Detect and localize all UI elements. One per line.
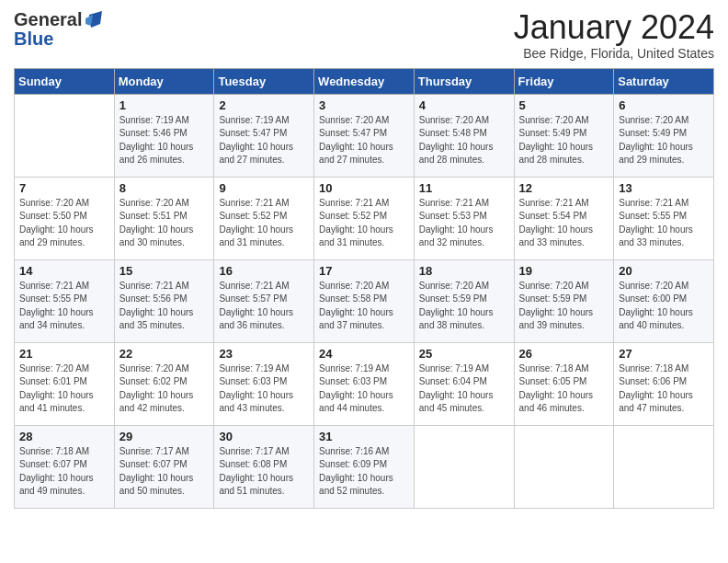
day-number: 4 xyxy=(419,98,509,112)
day-number: 28 xyxy=(19,430,109,443)
calendar-cell: 8Sunrise: 7:20 AMSunset: 5:51 PMDaylight… xyxy=(114,177,214,259)
day-info: Sunrise: 7:17 AMSunset: 6:08 PMDaylight:… xyxy=(219,445,309,499)
logo: General Blue xyxy=(14,9,104,48)
calendar-cell xyxy=(15,94,115,177)
day-info: Sunrise: 7:20 AMSunset: 6:01 PMDaylight:… xyxy=(19,362,109,416)
day-info: Sunrise: 7:17 AMSunset: 6:07 PMDaylight:… xyxy=(119,445,210,499)
calendar-cell: 28Sunrise: 7:18 AMSunset: 6:07 PMDayligh… xyxy=(15,425,115,508)
day-number: 20 xyxy=(619,264,709,278)
weekday-header-friday: Friday xyxy=(514,68,614,94)
calendar-cell: 25Sunrise: 7:19 AMSunset: 6:04 PMDayligh… xyxy=(414,342,514,425)
weekday-header-wednesday: Wednesday xyxy=(314,68,415,94)
calendar-week-row: 14Sunrise: 7:21 AMSunset: 5:55 PMDayligh… xyxy=(15,259,714,342)
day-number: 25 xyxy=(419,347,509,361)
calendar-cell: 9Sunrise: 7:21 AMSunset: 5:52 PMDaylight… xyxy=(214,177,314,259)
calendar-cell: 23Sunrise: 7:19 AMSunset: 6:03 PMDayligh… xyxy=(214,342,314,425)
day-info: Sunrise: 7:21 AMSunset: 5:52 PMDaylight:… xyxy=(319,197,409,250)
day-info: Sunrise: 7:19 AMSunset: 5:47 PMDaylight:… xyxy=(219,114,309,167)
day-info: Sunrise: 7:18 AMSunset: 6:06 PMDaylight:… xyxy=(619,362,709,416)
calendar-cell: 27Sunrise: 7:18 AMSunset: 6:06 PMDayligh… xyxy=(614,342,714,425)
day-number: 6 xyxy=(619,98,709,112)
logo-blue-text: Blue xyxy=(14,29,53,48)
calendar-cell: 6Sunrise: 7:20 AMSunset: 5:49 PMDaylight… xyxy=(614,94,714,177)
weekday-header-sunday: Sunday xyxy=(15,68,115,94)
calendar-cell xyxy=(414,425,514,508)
day-number: 26 xyxy=(519,347,609,361)
day-number: 7 xyxy=(19,181,109,195)
weekday-header-tuesday: Tuesday xyxy=(214,68,314,94)
day-number: 18 xyxy=(419,264,509,278)
day-number: 11 xyxy=(419,181,509,195)
day-info: Sunrise: 7:21 AMSunset: 5:57 PMDaylight:… xyxy=(219,280,309,333)
calendar-cell: 14Sunrise: 7:21 AMSunset: 5:55 PMDayligh… xyxy=(15,259,115,342)
day-number: 3 xyxy=(319,98,409,112)
day-number: 5 xyxy=(519,98,609,112)
day-number: 9 xyxy=(219,181,309,195)
day-info: Sunrise: 7:16 AMSunset: 6:09 PMDaylight:… xyxy=(319,445,409,499)
calendar-cell xyxy=(614,425,714,508)
day-info: Sunrise: 7:20 AMSunset: 5:47 PMDaylight:… xyxy=(319,114,409,167)
day-number: 21 xyxy=(19,347,109,361)
day-info: Sunrise: 7:20 AMSunset: 5:51 PMDaylight:… xyxy=(119,197,210,250)
calendar-cell: 12Sunrise: 7:21 AMSunset: 5:54 PMDayligh… xyxy=(514,177,614,259)
day-info: Sunrise: 7:19 AMSunset: 6:03 PMDaylight:… xyxy=(219,362,309,416)
calendar-cell: 31Sunrise: 7:16 AMSunset: 6:09 PMDayligh… xyxy=(314,425,415,508)
day-info: Sunrise: 7:21 AMSunset: 5:54 PMDaylight:… xyxy=(519,197,609,250)
weekday-header-saturday: Saturday xyxy=(614,68,714,94)
day-info: Sunrise: 7:20 AMSunset: 5:49 PMDaylight:… xyxy=(519,114,609,167)
day-info: Sunrise: 7:21 AMSunset: 5:53 PMDaylight:… xyxy=(419,197,509,250)
day-number: 31 xyxy=(319,430,409,443)
day-number: 14 xyxy=(19,264,109,278)
day-info: Sunrise: 7:19 AMSunset: 5:46 PMDaylight:… xyxy=(119,114,210,167)
calendar-cell: 19Sunrise: 7:20 AMSunset: 5:59 PMDayligh… xyxy=(514,259,614,342)
calendar-cell: 5Sunrise: 7:20 AMSunset: 5:49 PMDaylight… xyxy=(514,94,614,177)
calendar-cell: 24Sunrise: 7:19 AMSunset: 6:03 PMDayligh… xyxy=(314,342,415,425)
calendar-cell: 11Sunrise: 7:21 AMSunset: 5:53 PMDayligh… xyxy=(414,177,514,259)
day-info: Sunrise: 7:20 AMSunset: 5:58 PMDaylight:… xyxy=(319,280,409,333)
day-number: 23 xyxy=(219,347,309,361)
day-info: Sunrise: 7:20 AMSunset: 5:48 PMDaylight:… xyxy=(419,114,509,167)
day-number: 30 xyxy=(219,430,309,443)
day-number: 2 xyxy=(219,98,309,112)
day-info: Sunrise: 7:19 AMSunset: 6:04 PMDaylight:… xyxy=(419,362,509,416)
calendar-cell: 10Sunrise: 7:21 AMSunset: 5:52 PMDayligh… xyxy=(314,177,415,259)
calendar-cell: 15Sunrise: 7:21 AMSunset: 5:56 PMDayligh… xyxy=(114,259,214,342)
calendar-cell: 13Sunrise: 7:21 AMSunset: 5:55 PMDayligh… xyxy=(614,177,714,259)
day-number: 22 xyxy=(119,347,210,361)
calendar-week-row: 28Sunrise: 7:18 AMSunset: 6:07 PMDayligh… xyxy=(15,425,714,508)
day-number: 13 xyxy=(619,181,709,195)
day-info: Sunrise: 7:18 AMSunset: 6:05 PMDaylight:… xyxy=(519,362,609,416)
day-info: Sunrise: 7:20 AMSunset: 5:59 PMDaylight:… xyxy=(419,280,509,333)
day-number: 10 xyxy=(319,181,409,195)
day-info: Sunrise: 7:20 AMSunset: 5:50 PMDaylight:… xyxy=(19,197,109,250)
day-number: 8 xyxy=(119,181,210,195)
day-number: 1 xyxy=(119,98,210,112)
day-number: 19 xyxy=(519,264,609,278)
day-number: 27 xyxy=(619,347,709,361)
day-info: Sunrise: 7:18 AMSunset: 6:07 PMDaylight:… xyxy=(19,445,109,499)
location-text: Bee Ridge, Florida, United States xyxy=(514,46,714,61)
logo-icon xyxy=(84,9,104,29)
weekday-header-monday: Monday xyxy=(114,68,214,94)
day-info: Sunrise: 7:20 AMSunset: 6:00 PMDaylight:… xyxy=(619,280,709,333)
title-block: January 2024 Bee Ridge, Florida, United … xyxy=(514,9,714,61)
day-info: Sunrise: 7:21 AMSunset: 5:55 PMDaylight:… xyxy=(19,280,109,333)
day-info: Sunrise: 7:20 AMSunset: 5:59 PMDaylight:… xyxy=(519,280,609,333)
day-number: 12 xyxy=(519,181,609,195)
page-header: General Blue January 2024 Bee Ridge, Flo… xyxy=(14,9,714,61)
calendar-cell: 26Sunrise: 7:18 AMSunset: 6:05 PMDayligh… xyxy=(514,342,614,425)
calendar-cell: 17Sunrise: 7:20 AMSunset: 5:58 PMDayligh… xyxy=(314,259,415,342)
calendar-week-row: 21Sunrise: 7:20 AMSunset: 6:01 PMDayligh… xyxy=(15,342,714,425)
day-number: 16 xyxy=(219,264,309,278)
calendar-cell: 18Sunrise: 7:20 AMSunset: 5:59 PMDayligh… xyxy=(414,259,514,342)
calendar-cell: 22Sunrise: 7:20 AMSunset: 6:02 PMDayligh… xyxy=(114,342,214,425)
calendar-cell: 21Sunrise: 7:20 AMSunset: 6:01 PMDayligh… xyxy=(15,342,115,425)
day-number: 24 xyxy=(319,347,409,361)
day-info: Sunrise: 7:21 AMSunset: 5:52 PMDaylight:… xyxy=(219,197,309,250)
calendar-cell: 1Sunrise: 7:19 AMSunset: 5:46 PMDaylight… xyxy=(114,94,214,177)
day-number: 29 xyxy=(119,430,210,443)
calendar-cell: 4Sunrise: 7:20 AMSunset: 5:48 PMDaylight… xyxy=(414,94,514,177)
calendar-cell xyxy=(514,425,614,508)
calendar-week-row: 7Sunrise: 7:20 AMSunset: 5:50 PMDaylight… xyxy=(15,177,714,259)
calendar-cell: 3Sunrise: 7:20 AMSunset: 5:47 PMDaylight… xyxy=(314,94,415,177)
